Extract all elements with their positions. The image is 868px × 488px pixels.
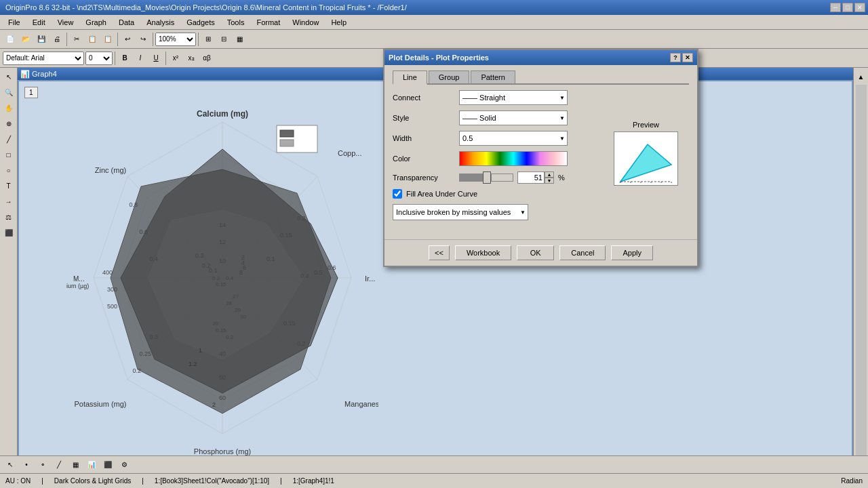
svg-text:0.3: 0.3: [212, 275, 220, 281]
width-select[interactable]: 0.5 1.0 1.5 2.0: [459, 131, 568, 146]
ok-button[interactable]: OK: [517, 245, 554, 260]
print-btn[interactable]: 🖨: [50, 32, 64, 47]
tab-line[interactable]: Line: [393, 70, 427, 85]
svg-text:0.8: 0.8: [129, 201, 138, 208]
bt-8[interactable]: ⚙: [117, 458, 132, 472]
fill-checkbox[interactable]: [393, 189, 402, 199]
scale-tool[interactable]: ⚖: [1, 209, 16, 224]
menu-tools[interactable]: Tools: [222, 17, 250, 28]
bt-6[interactable]: 📊: [84, 458, 99, 472]
svg-text:500: 500: [107, 303, 117, 310]
menu-window[interactable]: Window: [287, 17, 324, 28]
dialog-title-buttons[interactable]: ? ✕: [670, 53, 693, 62]
preview-box: Preview: [614, 121, 678, 186]
fill-select[interactable]: Inclusive broken by missing values Exclu…: [393, 204, 528, 220]
spin-arrows[interactable]: ▲ ▼: [545, 171, 554, 184]
draw-ellipse[interactable]: ○: [1, 163, 16, 178]
tb-misc2[interactable]: ⊟: [216, 32, 231, 47]
back-button[interactable]: <<: [429, 245, 450, 260]
svg-text:0.15: 0.15: [280, 232, 292, 239]
tb-misc3[interactable]: ▦: [232, 32, 247, 47]
graph-number: 1: [24, 87, 38, 98]
app-title: OriginPro 8.6 32-bit - \nd2\TS\Multimedi…: [3, 3, 407, 12]
svg-text:12: 12: [219, 239, 226, 245]
pointer-tool[interactable]: ↖: [1, 69, 16, 84]
connect-select-wrapper: —— Straight Spline B-Spline: [459, 90, 568, 105]
arrow-tool[interactable]: →: [1, 194, 16, 209]
menu-file[interactable]: File: [3, 17, 26, 28]
superscript-btn[interactable]: x²: [168, 51, 183, 66]
svg-text:20: 20: [212, 321, 218, 327]
redo-btn[interactable]: ↪: [136, 32, 151, 47]
bold-btn[interactable]: B: [117, 51, 132, 66]
menu-edit[interactable]: Edit: [27, 17, 51, 28]
workbook-button[interactable]: Workbook: [455, 245, 511, 260]
svg-text:0.15: 0.15: [216, 327, 226, 333]
new-file-btn[interactable]: 📄: [3, 32, 18, 47]
rt-scroll-up[interactable]: ▲: [854, 69, 869, 84]
bt-4[interactable]: ╱: [52, 458, 66, 472]
cut-btn[interactable]: ✂: [69, 32, 84, 47]
svg-text:0.5: 0.5: [314, 269, 323, 276]
fill-label[interactable]: Fill Area Under Curve: [406, 190, 477, 198]
connect-select[interactable]: —— Straight Spline B-Spline: [459, 90, 568, 105]
menu-data[interactable]: Data: [113, 17, 140, 28]
bt-5[interactable]: ▦: [68, 458, 83, 472]
font-size-select[interactable]: 0: [85, 52, 113, 65]
spin-down-btn[interactable]: ▼: [545, 178, 554, 184]
text-tool[interactable]: T: [1, 178, 16, 193]
svg-text:Potassium (mg): Potassium (mg): [74, 400, 126, 408]
font-select[interactable]: Default: Arial: [3, 52, 84, 65]
color-picker[interactable]: [459, 151, 568, 166]
menu-view[interactable]: View: [52, 17, 79, 28]
subscript-btn[interactable]: x₂: [184, 51, 199, 66]
preview-label: Preview: [614, 121, 678, 129]
title-bar-buttons[interactable]: ─ □ ✕: [830, 3, 865, 12]
dialog-help-btn[interactable]: ?: [670, 53, 681, 62]
tab-pattern[interactable]: Pattern: [471, 70, 515, 83]
svg-text:0.25: 0.25: [139, 350, 151, 357]
zoom-tool[interactable]: 🔍: [1, 85, 16, 100]
style-select[interactable]: —— Solid Dash Dot: [459, 110, 568, 125]
bt-1[interactable]: ↖: [3, 458, 18, 472]
transparency-slider[interactable]: [459, 174, 513, 182]
save-btn[interactable]: 💾: [34, 32, 49, 47]
svg-text:0.3: 0.3: [149, 333, 158, 340]
undo-btn[interactable]: ↩: [120, 32, 135, 47]
maximize-button[interactable]: □: [842, 3, 853, 12]
tab-group[interactable]: Group: [429, 70, 470, 83]
draw-line[interactable]: ╱: [1, 131, 16, 146]
pan-tool[interactable]: ✋: [1, 100, 16, 115]
transparency-input[interactable]: [517, 171, 545, 184]
bt-2[interactable]: •: [19, 458, 34, 472]
menu-format[interactable]: Format: [251, 17, 285, 28]
dialog-close-btn[interactable]: ✕: [682, 53, 693, 62]
menu-help[interactable]: Help: [326, 17, 352, 28]
bt-7[interactable]: ⬛: [100, 458, 115, 472]
underline-btn[interactable]: U: [149, 51, 163, 66]
tb-misc1[interactable]: ⊞: [201, 32, 216, 47]
data-reader[interactable]: ⊕: [1, 116, 16, 131]
svg-text:nium (µg): nium (µg): [66, 283, 89, 289]
menu-gadgets[interactable]: Gadgets: [181, 17, 220, 28]
menu-analysis[interactable]: Analysis: [141, 17, 180, 28]
bt-3[interactable]: ⚬: [35, 458, 50, 472]
apply-button[interactable]: Apply: [611, 245, 653, 260]
cancel-button[interactable]: Cancel: [559, 245, 606, 260]
zoom-select[interactable]: 100%: [155, 33, 196, 46]
svg-text:Manganese: Manganese: [344, 400, 378, 408]
graph-obj[interactable]: ⬛: [1, 225, 16, 240]
status-cell: 1:[Book3]Sheet1!Col("Avocado")[1:10]: [155, 477, 269, 485]
copy-btn[interactable]: 📋: [85, 32, 100, 47]
menu-graph[interactable]: Graph: [80, 17, 112, 28]
italic-btn[interactable]: I: [133, 51, 148, 66]
special-chars-btn[interactable]: αβ: [199, 51, 214, 66]
close-button[interactable]: ✕: [854, 3, 865, 12]
right-toolbar: ▲ ▼: [853, 68, 868, 473]
paste-btn[interactable]: 📋: [100, 32, 115, 47]
svg-text:28: 28: [226, 300, 232, 306]
minimize-button[interactable]: ─: [830, 3, 841, 12]
draw-rect[interactable]: □: [1, 147, 16, 162]
spin-up-btn[interactable]: ▲: [545, 171, 554, 178]
open-btn[interactable]: 📂: [18, 32, 33, 47]
